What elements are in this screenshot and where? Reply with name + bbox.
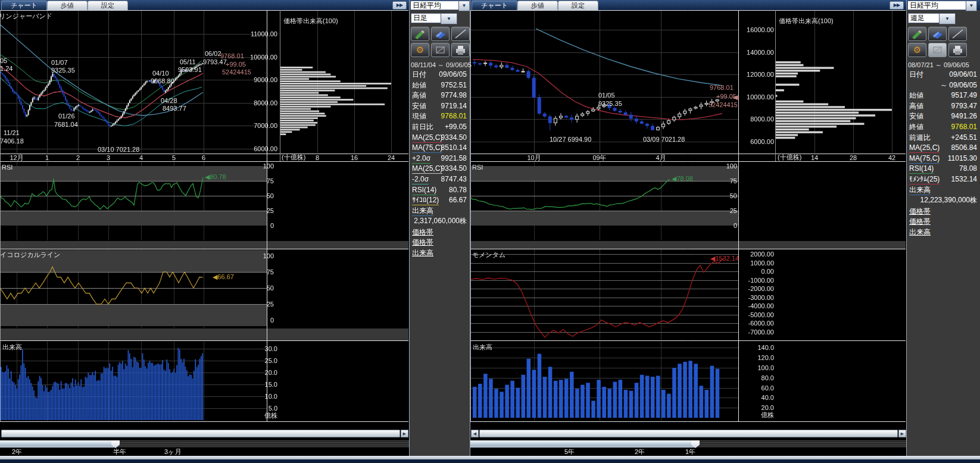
right-volume-tick: 120.0 xyxy=(757,354,774,361)
left-info-row: -2.0σ8747.43 xyxy=(410,175,470,184)
left-chart-annotation: +99.05 xyxy=(226,61,246,68)
info-row-value: 9752.51 xyxy=(441,81,467,89)
left-chart-hscrollbar[interactable] xyxy=(1,430,400,437)
left-chart-annotation: 01/07 xyxy=(51,59,68,66)
right-price-tick: 16000.00 xyxy=(747,26,774,33)
left-rsi-tick: 100 xyxy=(263,162,274,170)
left-histogram-tick: 16 xyxy=(336,154,372,161)
left-symbol-dropdown-arrow[interactable]: ▼ xyxy=(458,1,470,11)
right-scroll-right-button[interactable]: ▶ xyxy=(898,430,906,437)
right-period-dropdown-arrow[interactable]: ▼ xyxy=(939,13,956,24)
info-row-label: ｻｲｺﾛ(12) xyxy=(412,196,439,205)
right-chart-annotation: 01/05 xyxy=(598,92,615,99)
left-tab-2[interactable]: 設定 xyxy=(88,1,128,10)
info-row-value: 9334.50 xyxy=(441,164,467,173)
right-chart-hscrollbar[interactable] xyxy=(479,430,898,437)
right-range-preset-label[interactable]: 1年 xyxy=(685,448,695,455)
right-price-tick: 14000.00 xyxy=(747,49,774,56)
print-button[interactable] xyxy=(948,43,967,57)
left-period-dropdown-arrow[interactable]: ▼ xyxy=(441,13,457,24)
gear-icon: ⚙ xyxy=(411,43,429,57)
left-price-tick: 10000.00 xyxy=(250,54,277,61)
right-date-range: 08/07/21 ～ 09/06/05 xyxy=(908,61,969,68)
right-rsi-title: RSI xyxy=(472,164,483,171)
line-tool-button[interactable] xyxy=(451,27,470,41)
left-date-tick: 1 xyxy=(29,154,65,161)
right-volume-tick: 100.0 xyxy=(757,364,774,371)
eraser-button[interactable] xyxy=(431,27,450,41)
eraser-button[interactable] xyxy=(928,27,947,41)
right-chart-annotation: ◀ xyxy=(733,93,738,101)
left-volume-tick: 10.0 xyxy=(265,393,277,400)
right-chart-annotation: 03/09 7021.28 xyxy=(643,136,685,143)
right-date-tick: 10月 xyxy=(516,154,552,161)
line-tool-button[interactable] xyxy=(948,27,967,41)
chart-canvas[interactable] xyxy=(0,0,980,463)
left-tab-0[interactable]: チャート xyxy=(1,1,47,10)
right-symbol-select[interactable]: 日経平均 xyxy=(907,1,969,10)
settings-gear-button[interactable]: ⚙ xyxy=(411,43,429,57)
right-rsi-tick: 100 xyxy=(726,162,737,170)
left-range-preset-label[interactable]: 3ヶ月 xyxy=(164,448,181,455)
right-volume-tick: 140.0 xyxy=(757,344,774,351)
left-info-row: MA(75,C)8510.14 xyxy=(410,143,470,153)
info-row-value: 11015.30 xyxy=(948,154,977,162)
right-tab-0[interactable]: チャート xyxy=(472,1,517,10)
info-row-value: 9793.47 xyxy=(951,102,977,110)
gear-icon: ⚙ xyxy=(909,43,926,57)
info-row-value: 9491.26 xyxy=(951,112,977,120)
left-expand-button[interactable]: ▶▶ xyxy=(392,1,407,10)
left-range-preset-label[interactable]: 半年 xyxy=(113,448,126,455)
draw-pencil-button[interactable] xyxy=(908,27,926,41)
right-scroll-left-button[interactable]: ◀ xyxy=(471,430,479,437)
right-info-row: 高値9793.47 xyxy=(907,102,980,111)
right-range-preset-label[interactable]: 5年 xyxy=(564,448,575,455)
left-chart-annotation: 1.24 xyxy=(0,65,13,72)
left-psych-tick: 25 xyxy=(267,301,274,308)
right-range-preset-label[interactable]: 2年 xyxy=(635,448,645,455)
right-chart-annotation: 52424415 xyxy=(709,101,738,108)
right-link-0[interactable]: 価格帯 xyxy=(909,207,931,217)
left-tab-1[interactable]: 歩値 xyxy=(47,1,88,10)
right-volume-tick: 40.0 xyxy=(761,394,774,401)
right-tab-2[interactable]: 設定 xyxy=(558,1,598,10)
right-expand-button[interactable]: ▶▶ xyxy=(890,1,904,10)
left-link-1[interactable]: 価格帯 xyxy=(412,237,433,248)
draw-pencil-button[interactable] xyxy=(411,27,429,41)
right-symbol-dropdown-arrow[interactable]: ▼ xyxy=(966,1,977,11)
right-period-select[interactable]: 週足 xyxy=(908,13,940,23)
left-range-preset-label[interactable]: 2年 xyxy=(12,448,22,455)
left-scroll-right-button[interactable]: ▶ xyxy=(401,430,408,437)
info-row-value: 9719.14 xyxy=(441,102,467,110)
left-link-2[interactable]: 出来高 xyxy=(412,248,433,258)
right-date-tick: 09年 xyxy=(582,154,617,161)
right-rsi-tick: 50 xyxy=(730,192,737,199)
left-info-row: 日付09/06/05 xyxy=(410,70,470,80)
info-row-label: 前週比 xyxy=(909,133,931,142)
right-tab-1[interactable]: 歩値 xyxy=(517,1,558,10)
left-info-row: +2.0σ9921.58 xyxy=(410,154,470,164)
shape-tool-button[interactable] xyxy=(928,43,947,57)
right-link-2[interactable]: 出来高 xyxy=(909,227,931,237)
left-period-select[interactable]: 日足 xyxy=(411,13,442,23)
info-row-label: MA(75,C) xyxy=(909,154,940,164)
settings-gear-button[interactable]: ⚙ xyxy=(908,43,926,57)
print-button[interactable] xyxy=(451,43,470,57)
left-chart-title: ボリンジャーバンド xyxy=(0,12,52,20)
right-volume-tick: 60.0 xyxy=(761,384,774,392)
left-chart-annotation: 05 xyxy=(0,57,7,64)
left-link-0[interactable]: 価格帯 xyxy=(412,227,433,237)
info-row-label: 終値 xyxy=(909,123,923,131)
left-symbol-select[interactable]: 日経平均 xyxy=(410,1,462,10)
left-chart-annotation: 9325.35 xyxy=(51,67,75,74)
left-volume-unit: 億株 xyxy=(264,412,277,419)
info-row-value: 09/06/05 xyxy=(439,70,467,79)
right-link-1[interactable]: 価格帯 xyxy=(909,217,931,227)
left-info-row: 前日比+99.05 xyxy=(410,123,470,132)
info-row-label: ﾓﾒﾝﾀﾑ(25) xyxy=(909,175,940,184)
right-price-tick: 6000.00 xyxy=(750,138,774,145)
right-price-tick: 8000.00 xyxy=(750,115,774,123)
info-row-label: MA(25,C) xyxy=(412,164,442,174)
right-info-row: 前週比+245.51 xyxy=(907,133,980,143)
shape-tool-button[interactable] xyxy=(431,43,450,57)
